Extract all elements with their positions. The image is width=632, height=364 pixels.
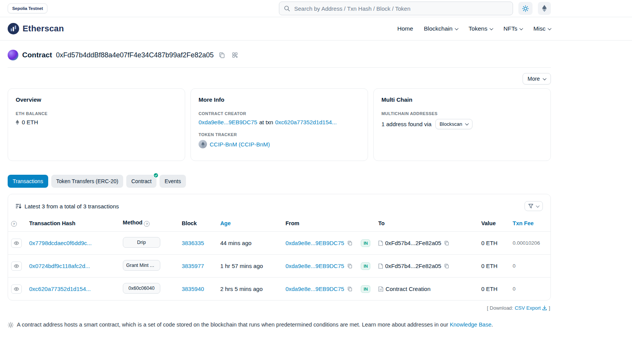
method-badge: Grant Mint An... bbox=[123, 260, 160, 271]
tab-events[interactable]: Events bbox=[160, 175, 186, 188]
contract-address: 0xFd57b4ddBf88a4e07fF4e34C487b99af2Fe82a… bbox=[56, 51, 213, 59]
at-txn-text: at txn bbox=[259, 119, 273, 125]
copy-address-button[interactable] bbox=[217, 51, 226, 59]
tx-hash-link[interactable]: 0x0724bdf9c118afc2d... bbox=[29, 263, 90, 269]
token-tracker-link[interactable]: CCIP-BnM (CCIP-BnM) bbox=[210, 141, 270, 148]
copy-icon[interactable] bbox=[347, 286, 353, 292]
direction-badge: IN bbox=[361, 262, 370, 270]
preview-tx-button[interactable] bbox=[11, 284, 22, 294]
method-badge: 0x60c06040 bbox=[123, 283, 160, 294]
chevron-down-icon bbox=[548, 26, 552, 30]
nav-blockchain[interactable]: Blockchain bbox=[424, 25, 458, 32]
block-link[interactable]: 3836335 bbox=[182, 240, 204, 246]
eth-diamond-icon bbox=[16, 120, 19, 125]
from-address-link[interactable]: 0xda9e8e...9EB9DC75 bbox=[285, 240, 344, 246]
search-bar[interactable] bbox=[279, 2, 513, 15]
creator-txn-link[interactable]: 0xc620a77352d1d154... bbox=[275, 119, 337, 125]
copy-icon[interactable] bbox=[443, 240, 450, 246]
card-title: Multi Chain bbox=[381, 96, 543, 103]
txn-fee-cell: 0 bbox=[510, 278, 551, 301]
age-cell: 2 hrs 5 mins ago bbox=[217, 278, 283, 301]
nav-home[interactable]: Home bbox=[397, 25, 413, 32]
col-direction bbox=[358, 216, 375, 232]
filter-button[interactable] bbox=[524, 201, 543, 211]
etherscan-logo[interactable]: Etherscan bbox=[8, 23, 64, 34]
col-age-toggle[interactable]: Age bbox=[217, 216, 283, 232]
age-cell: 44 mins ago bbox=[217, 232, 283, 255]
tx-hash-link[interactable]: 0x7798dcdaec0f6dd9c... bbox=[29, 240, 91, 246]
copy-icon[interactable] bbox=[443, 263, 450, 269]
tab-transactions[interactable]: Transactions bbox=[8, 175, 48, 188]
from-address-link[interactable]: 0xda9e8e...9EB9DC75 bbox=[285, 263, 344, 269]
chevron-down-icon bbox=[520, 26, 523, 30]
contract-file-icon bbox=[378, 240, 383, 246]
token-icon bbox=[199, 140, 207, 148]
block-link[interactable]: 3835977 bbox=[182, 263, 204, 269]
tab-contract[interactable]: Contract bbox=[126, 175, 156, 188]
network-badge[interactable]: Sepolia Testnet bbox=[8, 3, 47, 13]
footer-note-period: . bbox=[491, 322, 493, 328]
block-link[interactable]: 3835940 bbox=[182, 286, 204, 292]
help-icon[interactable]: ? bbox=[144, 221, 150, 227]
chevron-down-icon bbox=[543, 76, 547, 80]
knowledge-base-link[interactable]: Knowledge Base bbox=[450, 322, 492, 328]
preview-tx-button[interactable] bbox=[11, 262, 22, 271]
main-content: Contract 0xFd57b4ddBf88a4e07fF4e34C487b9… bbox=[0, 50, 559, 328]
transactions-panel: Latest 3 from a total of 3 transactions … bbox=[8, 194, 551, 301]
header-divider bbox=[8, 67, 551, 68]
funnel-icon bbox=[528, 204, 533, 208]
qr-code-button[interactable] bbox=[230, 51, 239, 59]
chevron-down-icon bbox=[490, 26, 494, 30]
brand-name: Etherscan bbox=[23, 24, 64, 34]
to-address: 0xFd57b4...2Fe82a05 bbox=[385, 263, 441, 269]
nav-misc[interactable]: Misc bbox=[533, 25, 551, 32]
tx-hash-link[interactable]: 0xc620a77352d1d154... bbox=[29, 286, 91, 292]
more-info-card: More Info CONTRACT CREATOR 0xda9e8e...9E… bbox=[191, 88, 368, 161]
preview-tx-button[interactable] bbox=[11, 239, 22, 248]
transactions-table: ? Transaction Hash Method ? Block Age Fr… bbox=[8, 216, 551, 300]
txn-fee-cell: 0 bbox=[510, 255, 551, 278]
eth-balance-label: ETH BALANCE bbox=[16, 111, 177, 116]
theme-toggle-button[interactable] bbox=[518, 2, 533, 15]
value-cell: 0 ETH bbox=[478, 232, 510, 255]
direction-badge: IN bbox=[361, 285, 370, 293]
col-from: From bbox=[282, 216, 358, 232]
card-title: Overview bbox=[16, 96, 177, 103]
copy-icon[interactable] bbox=[347, 263, 353, 269]
etherscan-logo-icon bbox=[8, 23, 19, 34]
value-cell: 0 ETH bbox=[478, 255, 510, 278]
multichain-addresses-label: MULTICHAIN ADDRESSES bbox=[381, 111, 543, 116]
avatar bbox=[8, 50, 18, 60]
nav-links: Home Blockchain Tokens NFTs Misc bbox=[397, 25, 551, 32]
help-icon[interactable]: ? bbox=[11, 221, 17, 227]
footer-note-text: A contract address hosts a smart contrac… bbox=[17, 322, 448, 328]
col-block: Block bbox=[179, 216, 217, 232]
tab-token-transfers[interactable]: Token Transfers (ERC-20) bbox=[51, 175, 124, 188]
csv-export-link[interactable]: CSV Export bbox=[515, 305, 541, 311]
table-row: 0x0724bdf9c118afc2d... Grant Mint An... … bbox=[8, 255, 551, 278]
transactions-summary: Latest 3 from a total of 3 transactions bbox=[24, 203, 119, 210]
direction-badge: IN bbox=[361, 239, 370, 247]
chevron-down-icon bbox=[465, 122, 469, 125]
network-menu-button[interactable] bbox=[538, 2, 551, 15]
more-button[interactable]: More bbox=[523, 73, 551, 84]
search-input[interactable] bbox=[293, 5, 508, 12]
table-row: 0xc620a77352d1d154... 0x60c06040 3835940… bbox=[8, 278, 551, 301]
nav-tokens[interactable]: Tokens bbox=[469, 25, 493, 32]
col-method: Method ? bbox=[120, 216, 179, 232]
blockscan-dropdown[interactable]: Blockscan bbox=[435, 119, 472, 129]
page-title: Contract bbox=[22, 51, 52, 59]
token-tracker-label: TOKEN TRACKER bbox=[199, 132, 360, 137]
copy-icon[interactable] bbox=[347, 240, 353, 246]
download-label: [ Download: bbox=[487, 305, 513, 311]
from-address-link[interactable]: 0xda9e8e...9EB9DC75 bbox=[285, 286, 344, 292]
col-txn-fee-toggle[interactable]: Txn Fee bbox=[510, 216, 551, 232]
nav-nfts[interactable]: NFTs bbox=[503, 25, 523, 32]
download-row: [ Download: CSV Export ] bbox=[8, 305, 550, 311]
main-navigation: Etherscan Home Blockchain Tokens NFTs Mi… bbox=[0, 17, 632, 41]
contract-creation-icon bbox=[378, 286, 383, 292]
overview-card: Overview ETH BALANCE 0 ETH bbox=[8, 88, 185, 161]
creator-address-link[interactable]: 0xda9e8e...9EB9DC75 bbox=[199, 119, 257, 125]
table-header-row: ? Transaction Hash Method ? Block Age Fr… bbox=[8, 216, 551, 232]
multichain-card: Multi Chain MULTICHAIN ADDRESSES 1 addre… bbox=[373, 88, 551, 161]
